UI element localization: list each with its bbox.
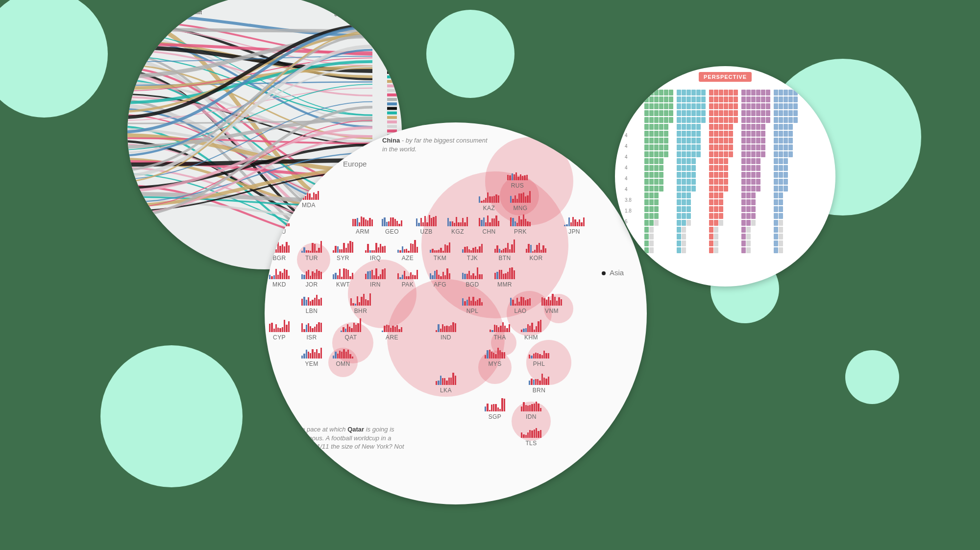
- country-cell-cyp[interactable]: CYP: [265, 323, 294, 341]
- svg-rect-395: [751, 144, 756, 150]
- svg-rect-188: [682, 131, 686, 137]
- svg-rect-245: [682, 234, 686, 239]
- country-cell-tls[interactable]: TLS: [516, 429, 546, 447]
- country-cell-mys[interactable]: MYS: [480, 350, 510, 367]
- country-cell-geo[interactable]: GEO: [377, 217, 407, 235]
- svg-rect-362: [751, 103, 756, 109]
- svg-rect-285: [709, 131, 713, 137]
- country-cell-lao[interactable]: LAO: [506, 297, 535, 314]
- country-cell-pak[interactable]: PAK: [393, 270, 422, 288]
- svg-rect-255: [734, 90, 738, 96]
- heatmap-axis-value: 2: [625, 122, 628, 127]
- country-cell-tur[interactable]: TUR: [297, 244, 326, 262]
- country-cell-irn[interactable]: IRN: [361, 270, 390, 288]
- country-cell-lbn[interactable]: LBN: [297, 297, 326, 314]
- svg-rect-392: [761, 138, 765, 143]
- country-cell-rus[interactable]: RUS: [503, 171, 532, 189]
- svg-rect-382: [761, 124, 765, 130]
- country-cell-chn[interactable]: CHN: [474, 217, 504, 235]
- svg-rect-410: [756, 165, 760, 171]
- sankey-axis-tick-50: 50: [349, 12, 355, 17]
- country-cell-aze[interactable]: AZE: [393, 244, 422, 262]
- country-cell-bgd[interactable]: BGD: [458, 270, 487, 288]
- country-cell-arm[interactable]: ARM: [348, 217, 377, 235]
- country-cell-isr[interactable]: ISR: [297, 323, 326, 341]
- country-cell-jpn[interactable]: JPN: [560, 217, 589, 235]
- svg-rect-477: [784, 131, 788, 137]
- svg-rect-124: [659, 179, 663, 185]
- country-cell-uzb[interactable]: UZB: [412, 217, 441, 235]
- svg-rect-447: [779, 90, 783, 96]
- country-cell-jor[interactable]: JOR: [297, 270, 326, 288]
- viz-heatmap[interactable]: PERSPECTIVE 23424444443.81.86: [615, 66, 835, 287]
- svg-rect-179: [691, 117, 696, 123]
- svg-rect-100: [649, 144, 654, 150]
- svg-rect-219: [677, 179, 681, 185]
- country-cell-are[interactable]: ARE: [377, 323, 407, 341]
- svg-rect-355: [746, 96, 751, 102]
- country-cell-mng[interactable]: MNG: [506, 194, 535, 212]
- viz-bubble-map[interactable]: EuropeAsiaBLRRUSUKRMDAKAZMNGROUARMGEOUZB…: [265, 122, 647, 504]
- country-cell-kor[interactable]: KOR: [521, 244, 551, 262]
- country-cell-irq[interactable]: IRQ: [361, 244, 390, 262]
- svg-rect-311: [719, 165, 723, 171]
- country-cell-tkm[interactable]: TKM: [425, 244, 455, 262]
- country-cell-kaz[interactable]: KAZ: [474, 194, 504, 212]
- svg-rect-180: [696, 117, 701, 123]
- svg-rect-444: [741, 247, 746, 253]
- country-cell-mmr[interactable]: MMR: [490, 270, 519, 288]
- country-cell-phl[interactable]: PHL: [524, 350, 554, 367]
- svg-rect-98: [664, 138, 668, 143]
- country-cell-afg[interactable]: AFG: [425, 270, 455, 288]
- svg-rect-99: [644, 144, 649, 150]
- svg-rect-260: [729, 96, 733, 102]
- svg-rect-270: [719, 110, 723, 116]
- country-cell-bhr[interactable]: BHR: [346, 297, 375, 314]
- country-cell-qat[interactable]: QAT: [336, 323, 366, 341]
- svg-rect-475: [774, 131, 778, 137]
- country-code: BHR: [346, 308, 375, 314]
- country-code: CYP: [265, 334, 294, 341]
- country-cell-npl[interactable]: NPL: [458, 297, 487, 314]
- country-cell-syr[interactable]: SYR: [328, 244, 358, 262]
- svg-rect-379: [746, 124, 751, 130]
- heatmap-axis-value: 4: [625, 111, 628, 117]
- country-cell-kgz[interactable]: KGZ: [443, 217, 472, 235]
- country-cell-brn[interactable]: BRN: [524, 376, 554, 394]
- country-code: LBN: [297, 308, 326, 314]
- svg-rect-63: [659, 96, 663, 102]
- country-cell-prk[interactable]: PRK: [506, 217, 535, 235]
- svg-rect-491: [774, 158, 778, 164]
- country-cell-khm[interactable]: KHM: [516, 323, 546, 341]
- country-cell-kwt[interactable]: KWT: [328, 270, 358, 288]
- svg-rect-297: [719, 144, 723, 150]
- country-cell-idn[interactable]: IDN: [516, 403, 546, 420]
- svg-rect-127: [654, 186, 659, 191]
- region-label-asia: Asia: [610, 268, 624, 277]
- svg-rect-184: [686, 124, 691, 130]
- country-cell-ind[interactable]: IND: [431, 323, 461, 341]
- country-cell-mkd[interactable]: MKD: [265, 270, 294, 288]
- svg-rect-488: [779, 151, 783, 157]
- svg-rect-498: [779, 172, 783, 178]
- country-cell-sgp[interactable]: SGP: [480, 403, 510, 420]
- country-cell-btn[interactable]: BTN: [490, 244, 519, 262]
- country-cell-lka[interactable]: LKA: [431, 376, 461, 394]
- svg-rect-510: [774, 206, 778, 212]
- svg-rect-334: [709, 213, 713, 219]
- svg-rect-275: [714, 117, 718, 123]
- country-code: IDN: [516, 413, 546, 420]
- country-cell-yem[interactable]: YEM: [297, 350, 326, 367]
- country-cell-omn[interactable]: OMN: [328, 350, 358, 367]
- country-cell-tjk[interactable]: TJK: [458, 244, 487, 262]
- svg-rect-344: [709, 240, 713, 246]
- country-code: VNM: [537, 308, 566, 314]
- svg-rect-389: [746, 138, 751, 143]
- country-code: KGZ: [443, 228, 472, 235]
- country-cell-vnm[interactable]: VNM: [537, 297, 566, 314]
- svg-rect-393: [741, 144, 746, 150]
- svg-rect-11: [387, 80, 397, 83]
- country-cell-tha[interactable]: THA: [485, 323, 514, 341]
- svg-rect-94: [644, 138, 649, 143]
- svg-rect-62: [654, 96, 659, 102]
